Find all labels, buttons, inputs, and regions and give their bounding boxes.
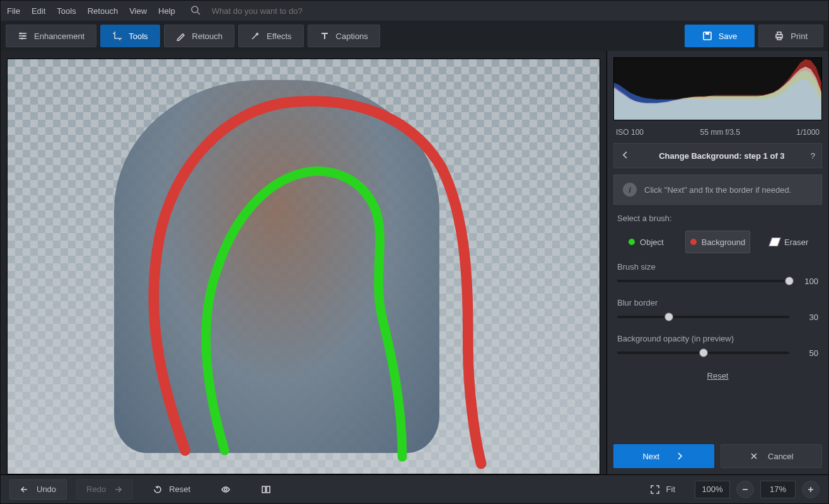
brush-eraser-button[interactable]: Eraser (757, 231, 822, 253)
menu-retouch[interactable]: Retouch (88, 6, 118, 16)
tab-tools[interactable]: Tools (100, 25, 159, 47)
panel-help-icon[interactable]: ? (811, 151, 815, 161)
slider-bg-opacity-label: Background opacity (in preview) (617, 334, 818, 343)
panel-title: Change Background: step 1 of 3 (639, 151, 804, 161)
brush-object-label: Object (640, 238, 664, 247)
tab-retouch-label: Retouch (192, 32, 223, 41)
brush-section-label: Select a brush: (613, 211, 822, 224)
bottom-bar: Undo Redo Reset Fit 100% 17% (1, 474, 828, 503)
svg-point-6 (23, 35, 25, 37)
fit-button[interactable]: Fit (639, 479, 686, 500)
zoom-display: 100% (695, 481, 730, 498)
tab-tools-label: Tools (129, 32, 148, 41)
hist-shutter: 1/1000 (796, 128, 820, 137)
slider-bg-opacity-value: 50 (796, 348, 818, 358)
panel-back-icon[interactable] (620, 150, 633, 162)
slider-blur-border[interactable] (617, 316, 789, 318)
info-icon: i (623, 183, 637, 197)
search-input[interactable] (212, 6, 414, 16)
tool-tabs: Enhancement Tools Retouch Effects Captio… (1, 21, 828, 51)
brush-object-icon (629, 239, 635, 245)
slider-bg-opacity[interactable] (617, 352, 789, 354)
slider-brush-size-thumb[interactable] (785, 277, 794, 285)
redo-label: Redo (86, 484, 106, 494)
menu-view[interactable]: View (129, 6, 147, 16)
svg-rect-12 (777, 37, 781, 40)
search-icon (190, 5, 200, 17)
slider-brush-size-label: Brush size (617, 262, 818, 272)
cancel-button[interactable]: Cancel (721, 444, 823, 468)
hist-lens: 55 mm f/3.5 (700, 128, 739, 137)
zoom-out-button[interactable] (736, 481, 754, 498)
panel-info-text: Click "Next" and fix the border if neede… (644, 185, 791, 195)
brush-background-icon (690, 239, 697, 245)
menu-bar: File Edit Tools Retouch View Help (1, 1, 828, 21)
cancel-label: Cancel (768, 452, 793, 461)
brush-object-button[interactable]: Object (613, 231, 679, 253)
undo-button[interactable]: Undo (9, 479, 67, 500)
object-stroke (206, 171, 402, 457)
menu-file[interactable]: File (7, 6, 20, 16)
histogram (613, 57, 822, 120)
zoom-in-button[interactable] (802, 481, 820, 498)
compare-button[interactable] (250, 479, 282, 500)
menu-edit[interactable]: Edit (32, 6, 45, 16)
tab-effects[interactable]: Effects (238, 25, 304, 47)
slider-blur-border-value: 30 (796, 312, 818, 322)
image-canvas[interactable] (7, 59, 600, 474)
brush-background-label: Background (702, 238, 745, 247)
reset-button[interactable]: Reset (142, 479, 201, 500)
redo-button: Redo (76, 479, 133, 500)
right-sidebar: ISO 100 55 mm f/3.5 1/1000 Change Backgr… (606, 51, 828, 474)
svg-line-1 (197, 12, 200, 14)
panel-info: i Click "Next" and fix the border if nee… (613, 175, 822, 205)
eraser-icon (768, 238, 780, 246)
fit-label: Fit (666, 484, 675, 494)
undo-label: Undo (37, 484, 56, 494)
tab-captions[interactable]: Captions (308, 25, 380, 47)
svg-point-0 (192, 6, 198, 13)
svg-rect-14 (262, 486, 265, 493)
next-button[interactable]: Next (613, 444, 714, 468)
tab-effects-label: Effects (267, 32, 292, 41)
brush-background-button[interactable]: Background (685, 231, 751, 253)
svg-point-13 (224, 488, 227, 491)
reset-label: Reset (169, 484, 190, 494)
tab-retouch[interactable]: Retouch (164, 25, 235, 47)
hist-iso: ISO 100 (616, 128, 644, 137)
slider-bg-opacity-thumb[interactable] (699, 348, 708, 357)
slider-blur-border-thumb[interactable] (664, 312, 673, 321)
preview-eye-button[interactable] (210, 479, 241, 500)
slider-brush-size[interactable] (617, 280, 789, 282)
svg-point-5 (20, 33, 22, 35)
next-label: Next (642, 452, 659, 461)
save-label: Save (719, 32, 738, 41)
panel-reset-link[interactable]: Reset (613, 371, 822, 381)
zoom-level[interactable]: 17% (760, 481, 796, 498)
svg-rect-11 (777, 32, 781, 35)
svg-point-7 (21, 38, 23, 40)
slider-brush-size-value: 100 (796, 277, 818, 286)
menu-help[interactable]: Help (158, 6, 175, 16)
svg-rect-9 (705, 32, 709, 35)
menu-tools[interactable]: Tools (57, 6, 76, 16)
tab-enhancement-label: Enhancement (34, 32, 84, 41)
print-label: Print (791, 32, 808, 41)
save-button[interactable]: Save (685, 25, 755, 47)
brush-eraser-label: Eraser (784, 238, 808, 247)
tab-enhancement[interactable]: Enhancement (6, 25, 96, 47)
tab-captions-label: Captions (336, 32, 368, 41)
print-button[interactable]: Print (758, 25, 823, 47)
svg-rect-15 (267, 486, 270, 493)
slider-blur-border-label: Blur border (617, 298, 818, 307)
